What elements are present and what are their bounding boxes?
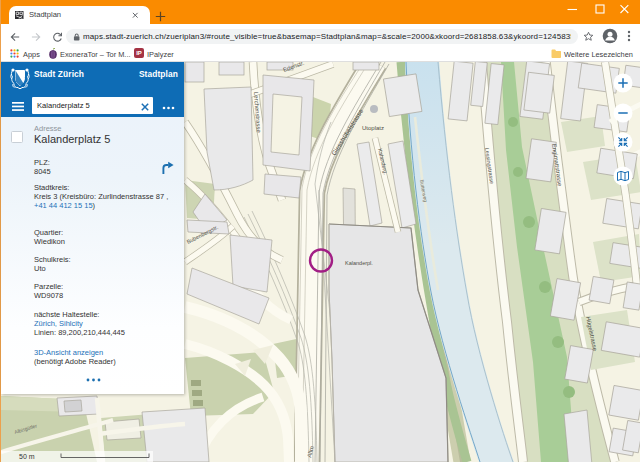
svg-text:IP: IP [136, 50, 142, 56]
svg-text:Kalanderpl.: Kalanderpl. [345, 260, 373, 266]
svg-text:50 m: 50 m [19, 453, 35, 460]
svg-text:Utoplatz: Utoplatz [362, 125, 384, 131]
